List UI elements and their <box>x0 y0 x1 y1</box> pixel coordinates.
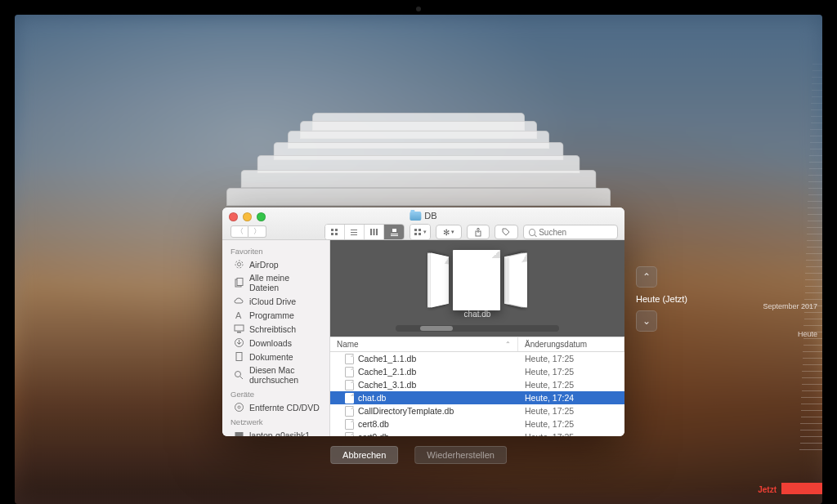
svg-rect-31 <box>235 432 244 436</box>
file-icon <box>345 419 354 430</box>
file-date: Heute, 17:25 <box>518 367 624 377</box>
table-row[interactable]: CallDirectoryTemplate.dbHeute, 17:25 <box>330 404 624 417</box>
sidebar-item[interactable]: Diesen Mac durchsuchen <box>222 364 329 386</box>
svg-rect-1 <box>335 229 338 231</box>
table-row[interactable]: cert8.dbHeute, 17:25 <box>330 417 624 430</box>
timemachine-window-stack <box>206 113 631 219</box>
minimize-button[interactable] <box>243 212 252 221</box>
sidebar-item[interactable]: AirDrop <box>222 257 329 271</box>
documents-icon <box>234 351 244 362</box>
tag-icon <box>502 228 511 236</box>
file-icon <box>345 432 354 437</box>
coverflow-item[interactable] <box>431 252 449 307</box>
svg-text:A: A <box>235 310 242 320</box>
sort-caret-icon: ⌃ <box>505 341 511 348</box>
file-date: Heute, 17:25 <box>518 419 624 429</box>
cloud-icon <box>234 296 244 306</box>
file-list: Cache1_1.1.dbHeute, 17:25Cache1_2.1.dbHe… <box>330 352 624 436</box>
applications-icon: A <box>234 310 244 320</box>
search-mac-icon <box>234 370 244 381</box>
svg-rect-12 <box>391 235 398 236</box>
tags-button[interactable] <box>495 225 518 239</box>
search-input[interactable] <box>539 228 612 237</box>
file-name: CallDirectoryTemplate.db <box>358 406 454 416</box>
sidebar-item[interactable]: laptop-g0asjhk1 <box>222 428 329 436</box>
remote-disc-icon <box>234 402 244 413</box>
file-icon <box>345 367 354 377</box>
coverflow-item[interactable] <box>509 252 527 307</box>
table-row[interactable]: Cache1_1.1.dbHeute, 17:25 <box>330 352 624 365</box>
svg-point-29 <box>235 404 244 412</box>
file-date: Heute, 17:25 <box>518 380 624 390</box>
svg-rect-11 <box>391 234 398 234</box>
arrange-button[interactable]: ▾ <box>410 225 430 239</box>
view-mode-segment <box>325 224 405 240</box>
column-header-date[interactable]: Änderungsdatum <box>518 337 624 351</box>
camera-dot <box>416 7 421 11</box>
svg-point-27 <box>235 371 241 377</box>
sidebar-section-header: Favoriten <box>222 243 329 257</box>
snapshot-older-button[interactable]: ⌃ <box>636 266 657 288</box>
sidebar-item[interactable]: iCloud Drive <box>222 294 329 308</box>
svg-rect-26 <box>236 353 242 361</box>
svg-rect-4 <box>351 230 357 230</box>
all-files-icon <box>234 278 244 288</box>
sidebar-item-label: Programme <box>249 310 294 320</box>
finder-window: 〈 〉 DB ▾ ✻▾ <box>222 207 624 436</box>
column-header-name[interactable]: Name⌃ <box>330 337 518 351</box>
sidebar-item-label: laptop-g0asjhk1 <box>249 430 310 437</box>
coverflow-scrollbar[interactable] <box>396 325 559 332</box>
file-name: cert8.db <box>358 419 389 429</box>
sidebar-item-label: iCloud Drive <box>249 297 296 306</box>
svg-point-18 <box>238 263 241 266</box>
view-list-button[interactable] <box>345 225 365 239</box>
window-title-text: DB <box>424 211 436 221</box>
coverflow-selected-item[interactable] <box>453 250 500 310</box>
share-button[interactable] <box>467 225 490 239</box>
table-row[interactable]: Cache1_3.1.dbHeute, 17:25 <box>330 378 624 391</box>
list-header: Name⌃ Änderungsdatum <box>330 337 624 352</box>
view-icons-button[interactable] <box>325 225 345 239</box>
snapshot-newer-button[interactable]: ⌄ <box>636 310 657 332</box>
sidebar-item-label: Schreibtisch <box>249 324 296 334</box>
maximize-button[interactable] <box>257 212 266 221</box>
svg-rect-24 <box>237 332 241 333</box>
file-name: Cache1_2.1.db <box>358 367 416 377</box>
sidebar-item[interactable]: Schreibtisch <box>222 322 329 336</box>
cancel-button[interactable]: Abbrechen <box>330 446 398 464</box>
file-icon <box>345 354 354 364</box>
file-name: Cache1_3.1.db <box>358 380 416 390</box>
action-menu-button[interactable]: ✻▾ <box>436 225 462 239</box>
file-date: Heute, 17:25 <box>518 432 624 436</box>
file-name: chat.db <box>358 393 386 403</box>
file-icon <box>345 380 354 390</box>
view-columns-button[interactable] <box>365 225 384 239</box>
file-icon <box>345 406 354 417</box>
svg-rect-14 <box>418 229 421 231</box>
sidebar-item[interactable]: Entfernte CD/DVD <box>222 400 329 414</box>
sidebar-item[interactable]: Alle meine Dateien <box>222 271 329 294</box>
sidebar-item[interactable]: Dokumente <box>222 350 329 364</box>
sidebar-item-label: Dokumente <box>249 352 293 362</box>
folder-icon <box>410 212 421 221</box>
table-row[interactable]: Cache1_2.1.dbHeute, 17:25 <box>330 365 624 378</box>
sidebar-item[interactable]: AProgramme <box>222 308 329 322</box>
file-name: cert9.db <box>358 432 389 436</box>
svg-point-19 <box>235 261 243 268</box>
table-row[interactable]: cert9.dbHeute, 17:25 <box>330 430 624 436</box>
nav-back-button[interactable]: 〈 <box>231 225 248 238</box>
svg-point-30 <box>238 406 240 408</box>
svg-rect-9 <box>376 229 378 235</box>
coverflow-scroll-thumb[interactable] <box>420 326 453 331</box>
sidebar: FavoritenAirDropAlle meine DateieniCloud… <box>222 240 330 436</box>
coverflow-area[interactable]: chat.db <box>330 240 624 337</box>
svg-rect-21 <box>237 278 243 285</box>
table-row[interactable]: chat.dbHeute, 17:24 <box>330 391 624 404</box>
restore-button[interactable]: Wiederherstellen <box>414 446 507 464</box>
sidebar-section-header: Netzwerk <box>222 414 329 428</box>
search-field[interactable] <box>523 225 618 239</box>
nav-forward-button[interactable]: 〉 <box>248 225 266 238</box>
close-button[interactable] <box>229 212 238 221</box>
view-coverflow-button[interactable] <box>384 225 404 239</box>
sidebar-item[interactable]: Downloads <box>222 336 329 350</box>
